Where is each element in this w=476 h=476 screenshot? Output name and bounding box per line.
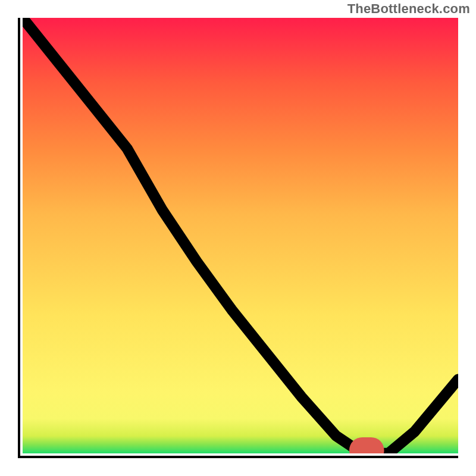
chart-canvas: TheBottleneck.com	[0, 0, 476, 476]
plot-frame	[18, 18, 458, 458]
chart-overlay	[23, 18, 458, 453]
watermark-text: TheBottleneck.com	[347, 1, 470, 17]
data-curve	[23, 18, 458, 453]
